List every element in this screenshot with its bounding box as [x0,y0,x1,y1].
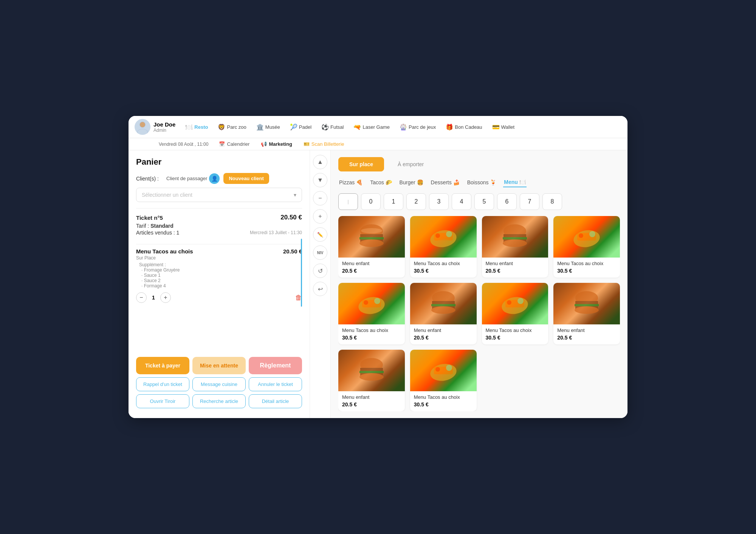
cart-item-place: Sur Place [136,255,302,261]
mise-en-attente-button[interactable]: Mise en attente [192,357,246,374]
product-card-4[interactable]: Menu Tacos au choix 30.5 € [338,283,405,344]
product-card-1[interactable]: Menu Tacos au choix 30.5 € [410,216,477,278]
product-img-7 [553,283,620,324]
client-passager-text: Client de passager [166,176,207,181]
ticket-payer-button[interactable]: Ticket à payer [136,357,189,374]
num-btn-2[interactable]: 2 [406,193,426,210]
tool-arrow-up-button[interactable]: ▲ [313,155,327,169]
lasergame-icon: 🔫 [353,123,361,131]
tool-plus-button[interactable]: + [313,209,327,224]
nav-item-parczoo[interactable]: 🦁 Parc zoo [214,122,250,133]
product-card-5[interactable]: Menu enfant 20.5 € [410,283,477,344]
tool-minus-button[interactable]: − [313,191,327,205]
product-card-3[interactable]: Menu Tacos au choix 30.5 € [553,216,620,278]
nav-item-wallet[interactable]: 💳 Wallet [488,122,519,133]
product-name-6: Menu Tacos au choix [486,327,545,333]
tab-sur-place[interactable]: Sur place [338,157,384,171]
product-img-4 [338,283,405,324]
left-panel: Panier Client(s) : Client de passager 👤 … [129,150,310,418]
category-burger[interactable]: Burger 🍔 [399,177,424,187]
nav-item-lasergame[interactable]: 🔫 Laser Game [350,122,393,133]
nav-item-musee[interactable]: 🏛️ Musée [253,122,284,133]
category-pizzas[interactable]: Pizzas 🍕 [338,177,363,187]
client-row: Client(s) : Client de passager 👤 Nouveau… [136,173,302,184]
annuler-button[interactable]: Annuler le ticket [249,377,302,391]
category-tacos[interactable]: Tacos 🌮 [369,177,392,187]
product-name-7: Menu enfant [557,327,616,333]
category-desserts[interactable]: Desserts 🍰 [430,177,460,187]
panel-title: Panier [136,157,302,167]
message-cuisine-button[interactable]: Message cuisine [192,377,246,391]
nav-item-padel[interactable]: 🎾 Padel [286,122,315,133]
tool-refresh-button[interactable]: ↺ [313,264,327,278]
svg-point-14 [436,239,451,245]
tab-a-emporter[interactable]: À emporter [387,157,434,171]
num-btn-8[interactable]: 8 [542,193,562,210]
ticket-date: Mercredi 13 Juillet - 11:30 [250,230,302,235]
num-btn-1[interactable]: 1 [384,193,403,210]
detail-article-button[interactable]: Détail article [249,394,302,408]
chevron-down-icon: ▾ [294,192,296,198]
product-price-5: 20.5 € [414,335,473,341]
ticket-number: Ticket n°5 [136,215,163,221]
num-btn-3[interactable]: 3 [429,193,449,210]
nouveau-client-button[interactable]: Nouveau client [223,173,269,184]
user-profile: Joe Doe Admin [135,119,175,135]
product-price-8: 20.5 € [342,401,401,407]
nav-item-resto[interactable]: 🍽️ Resto [181,122,212,133]
ouvrir-tiroir-button[interactable]: Ouvrir Tiroir [136,394,189,408]
num-input[interactable]: | [338,193,358,210]
supplement-item-3: · Sauce 2 [136,278,302,283]
recherche-article-button[interactable]: Recherche article [192,394,246,408]
tab-row: Sur place À emporter [338,157,620,171]
product-card-7[interactable]: Menu enfant 20.5 € [553,283,620,344]
product-price-3: 30.5 € [557,268,616,274]
side-tools: ▲ ▼ − + ✏️ NIV ↺ ↩ [310,150,331,418]
svg-point-50 [446,365,452,371]
category-boissons[interactable]: Boissons 🍹 [466,177,497,187]
nav-calendrier[interactable]: 📅 Calendrier [215,140,253,148]
category-menu[interactable]: Menu 🍽️ [503,177,526,187]
svg-rect-29 [432,301,455,304]
product-info-3: Menu Tacos au choix 30.5 € [553,258,620,278]
supplement-item-1: · Fromage Gruyère [136,267,302,273]
nav-item-boncadeau[interactable]: 🎁 Bon Cadeau [442,122,486,133]
cart-item-header: Menu Tacos au chois 20.50 € [136,248,302,255]
product-info-6: Menu Tacos au choix 30.5 € [482,324,548,344]
product-card-8[interactable]: Menu enfant 20.5 € [338,350,405,411]
svg-rect-6 [359,237,384,239]
product-card-6[interactable]: Menu Tacos au choix 30.5 € [482,283,548,344]
boncadeau-icon: 🎁 [446,123,453,131]
select-client-dropdown[interactable]: Sélectionner un client ▾ [136,188,302,202]
nav-item-futsal[interactable]: ⚽ Futsal [318,122,347,133]
tool-arrow-down-button[interactable]: ▼ [313,173,327,187]
tool-edit-button[interactable]: ✏️ [313,227,327,242]
product-card-0[interactable]: Menu enfant 20.5 € [338,216,405,278]
num-btn-5[interactable]: 5 [474,193,494,210]
num-btn-7[interactable]: 7 [520,193,539,210]
product-info-4: Menu Tacos au choix 30.5 € [338,324,405,344]
main-content: Panier Client(s) : Client de passager 👤 … [129,150,627,418]
qty-value: 1 [150,295,157,301]
rappel-button[interactable]: Rappel d'un ticket [136,377,189,391]
nav-marketing[interactable]: 📢 Marketing [257,140,296,148]
nav-item-parcjeux[interactable]: 🎡 Parc de jeux [396,122,440,133]
svg-point-19 [503,239,527,247]
num-btn-0[interactable]: 0 [361,193,381,210]
product-card-2[interactable]: Menu enfant 20.5 € [482,216,548,278]
qty-minus-button[interactable]: − [136,292,147,303]
supplement-label: Supplément : [136,262,302,267]
product-card-9[interactable]: Menu Tacos au choix 30.5 € [410,350,477,411]
num-btn-6[interactable]: 6 [497,193,517,210]
num-btn-4[interactable]: 4 [452,193,471,210]
secondary-btn-row-1: Rappel d'un ticket Message cuisine Annul… [136,377,302,391]
ticket-articles-row: Articles vendus : 1 Mercredi 13 Juillet … [136,230,302,236]
tool-undo-button[interactable]: ↩ [313,282,327,296]
nav-scan-billetterie[interactable]: 🎫 Scan Billetterie [300,140,348,148]
product-price-6: 30.5 € [486,335,545,341]
reglement-button[interactable]: Règlement [249,357,302,374]
product-info-1: Menu Tacos au choix 30.5 € [410,258,477,278]
cart-item-name: Menu Tacos au chois [136,248,193,255]
tool-niv-button[interactable]: NIV [313,245,327,260]
qty-plus-button[interactable]: + [160,292,171,303]
